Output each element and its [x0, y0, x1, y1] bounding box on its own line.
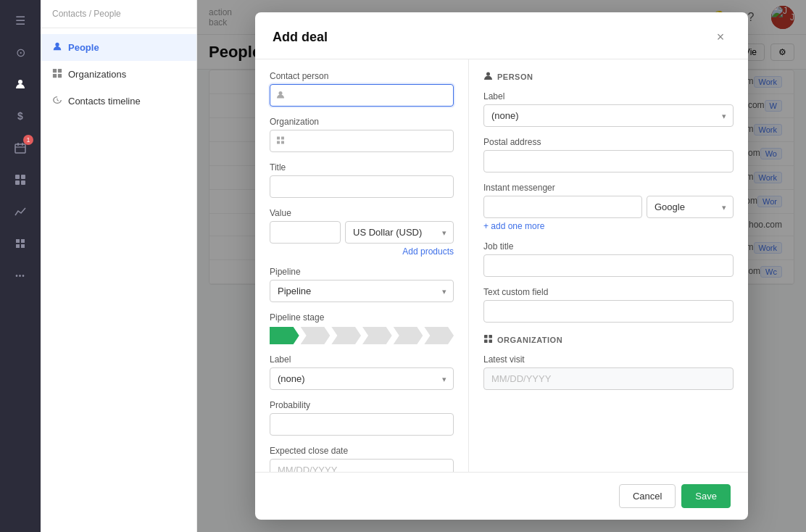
messenger-input[interactable] [483, 196, 642, 218]
contact-person-input-wrapper [270, 84, 454, 107]
svg-rect-11 [58, 69, 62, 72]
modal-overlay: Add deal × Contact person [197, 0, 806, 532]
latest-visit-group: Latest visit [483, 354, 734, 390]
currency-select[interactable]: US Dollar (USD) Euro (EUR) [345, 221, 454, 244]
value-input[interactable] [270, 221, 341, 244]
right-label-select-wrapper: (none) Hot Cold [483, 104, 734, 127]
svg-rect-6 [21, 175, 25, 179]
contacts-icon[interactable] [6, 70, 35, 99]
right-label-label: Label [483, 91, 734, 101]
more-icon[interactable]: ••• [6, 261, 35, 290]
currency-select-wrapper: US Dollar (USD) Euro (EUR) [345, 221, 454, 244]
cancel-button[interactable]: Cancel [619, 484, 676, 508]
svg-rect-5 [15, 175, 20, 179]
svg-rect-24 [484, 335, 488, 338]
pipeline-label: Pipeline [270, 267, 454, 277]
value-group: Value US Dollar (USD) Euro (EUR) [270, 208, 454, 257]
expected-close-date-group: Expected close date [270, 446, 454, 472]
organization-section-label: ORGANIZATION [497, 336, 562, 344]
deals-icon[interactable]: $ [6, 101, 35, 130]
add-deal-modal: Add deal × Contact person [255, 12, 748, 520]
contact-person-label: Contact person [270, 71, 454, 81]
contact-person-group: Contact person [270, 71, 454, 107]
svg-rect-27 [489, 340, 493, 344]
breadcrumb: Contacts / People [52, 9, 121, 19]
postal-address-input[interactable] [483, 150, 734, 173]
stage-2[interactable] [301, 327, 331, 344]
instant-messenger-group: Instant messenger Google Skype WhatsApp [483, 183, 734, 231]
sidebar-item-people[interactable]: People [41, 34, 196, 61]
person-section-icon [483, 71, 493, 83]
main-sidebar: Contacts / People People Organizations C… [41, 0, 197, 532]
value-row: US Dollar (USD) Euro (EUR) [270, 221, 454, 244]
add-products-link[interactable]: Add products [270, 246, 454, 257]
add-one-more-link[interactable]: + add one more [483, 221, 544, 231]
modal-header: Add deal × [255, 12, 748, 59]
svg-rect-12 [53, 74, 57, 78]
job-title-input[interactable] [483, 254, 734, 277]
modal-right-panel: PERSON Label (none) Hot Cold [469, 59, 748, 472]
instant-messenger-label: Instant messenger [483, 183, 734, 193]
latest-visit-input[interactable] [483, 367, 734, 390]
timeline-nav-icon [52, 95, 62, 107]
calendar-icon[interactable]: 1 [6, 133, 35, 162]
expected-close-date-label: Expected close date [270, 446, 454, 456]
organizations-nav-icon [52, 68, 62, 80]
svg-point-9 [55, 43, 59, 46]
svg-rect-1 [15, 144, 25, 153]
organization-input-wrapper [270, 130, 454, 152]
modal-footer: Cancel Save [255, 472, 748, 520]
chart-icon[interactable] [6, 197, 35, 226]
stage-1[interactable] [270, 327, 299, 344]
pipeline-stages [270, 327, 454, 344]
svg-rect-7 [15, 180, 20, 185]
organization-label: Organization [270, 117, 454, 127]
modal-close-button[interactable]: × [710, 27, 731, 47]
analytics-icon[interactable] [6, 165, 35, 194]
sidebar-item-people-label: People [68, 42, 99, 53]
content-area: actionback 💡 ? J People people Jenny ▾ [197, 0, 806, 532]
text-custom-field-input[interactable] [483, 300, 734, 323]
stage-4[interactable] [362, 327, 392, 344]
title-input[interactable] [270, 175, 454, 198]
modal-body: Contact person Organization [255, 59, 748, 472]
org-section-icon [483, 334, 493, 346]
right-label-select[interactable]: (none) Hot Cold [483, 104, 734, 127]
save-button[interactable]: Save [681, 484, 731, 508]
value-label: Value [270, 208, 454, 218]
expected-close-date-input[interactable] [270, 459, 454, 472]
sidebar-item-timeline[interactable]: Contacts timeline [41, 88, 196, 115]
svg-point-0 [18, 80, 22, 84]
modal-title: Add deal [273, 30, 328, 45]
probability-input[interactable] [270, 413, 454, 436]
title-group: Title [270, 162, 454, 198]
messenger-select[interactable]: Google Skype WhatsApp [647, 196, 734, 218]
calendar-badge: 1 [23, 135, 33, 145]
people-nav-icon [52, 41, 62, 54]
organization-group: Organization [270, 117, 454, 152]
menu-icon[interactable]: ☰ [6, 6, 35, 35]
probability-label: Probability [270, 400, 454, 410]
stage-6[interactable] [424, 327, 454, 344]
home-icon[interactable]: ⊙ [6, 38, 35, 67]
pipeline-select[interactable]: Pipeline [270, 280, 454, 302]
pipeline-group: Pipeline Pipeline [270, 267, 454, 302]
text-custom-field-label: Text custom field [483, 287, 734, 297]
contact-person-input[interactable] [270, 84, 454, 107]
stage-3[interactable] [331, 327, 361, 344]
svg-rect-26 [484, 340, 488, 344]
svg-rect-13 [58, 74, 62, 78]
title-label: Title [270, 162, 454, 173]
products-icon[interactable] [6, 229, 35, 258]
sidebar-item-organizations[interactable]: Organizations [41, 61, 196, 88]
postal-address-group: Postal address [483, 137, 734, 173]
label-select[interactable]: (none) Hot Cold [270, 367, 454, 390]
label-label: Label [270, 354, 454, 365]
organization-input[interactable] [270, 130, 454, 152]
person-section-label: PERSON [497, 72, 533, 81]
stage-5[interactable] [394, 327, 423, 344]
sidebar-item-timeline-label: Contacts timeline [68, 96, 141, 107]
postal-address-label: Postal address [483, 137, 734, 147]
modal-left-panel: Contact person Organization [255, 59, 469, 472]
right-label-group: Label (none) Hot Cold [483, 91, 734, 127]
